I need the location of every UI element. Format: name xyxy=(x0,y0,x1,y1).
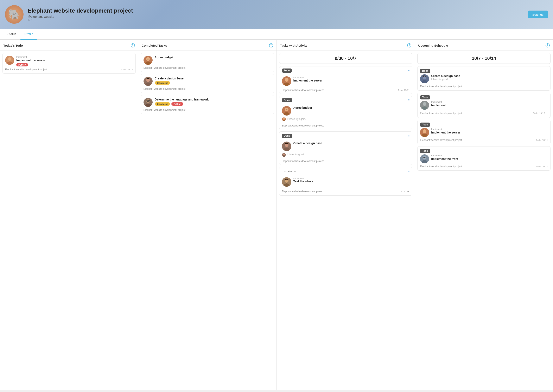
activity-comment-budget: Please try again. xyxy=(279,117,412,123)
activity-card-nostatus-test: no status ≡ Implement Test th xyxy=(279,167,412,196)
tab-profile[interactable]: Profile xyxy=(21,29,38,40)
svg-point-18 xyxy=(285,78,288,82)
help-icon-completed[interactable]: ? xyxy=(269,43,273,48)
schedule-badge-todo-server: Todo xyxy=(420,123,430,127)
badge-done-budget: Done xyxy=(282,98,292,102)
help-icon-todo[interactable]: ? xyxy=(131,43,135,48)
task-card-agree-budget: Agree budget Elephant website developmen… xyxy=(141,53,274,72)
list-icon-4[interactable]: ≡ xyxy=(408,170,409,173)
schedule-project-implement: Elephant website development project xyxy=(420,112,462,115)
tag-javascript-design: JavaScript xyxy=(155,81,170,84)
activity-date-test: 10/13 xyxy=(399,190,405,193)
activity-avatar-implement xyxy=(282,76,291,86)
tag-javascript-lang: JavaScript xyxy=(155,102,170,106)
date-range-schedule: 10/7 - 10/14 xyxy=(417,53,551,64)
activity-date-implement: 10/11 xyxy=(404,89,410,91)
svg-point-2 xyxy=(8,57,11,61)
activity-task-name-budget: Agree budget xyxy=(294,106,410,109)
task-name-agree-budget: Agree budget xyxy=(155,56,271,59)
activity-task-name-design: Create a design base xyxy=(294,141,410,145)
svg-point-24 xyxy=(283,118,285,120)
schedule-comment-design: I think it's good. xyxy=(431,78,548,81)
help-icon-activity[interactable]: ? xyxy=(407,43,411,48)
activity-task-name-test: Test the whole xyxy=(294,180,410,183)
list-icon-3[interactable]: ≡ xyxy=(408,134,409,138)
column-body-completed: Agree budget Elephant website developmen… xyxy=(138,50,276,390)
settings-button[interactable]: Settings xyxy=(528,11,548,18)
schedule-cat-server: Implement xyxy=(431,128,548,130)
activity-avatar-design xyxy=(282,141,291,151)
column-completed-tasks: Completed Tasks ? Agree budget xyxy=(138,40,277,390)
tag-python: Python xyxy=(16,63,28,66)
schedule-date-implement: 10/13 xyxy=(539,112,545,114)
activity-comment-design: I think it's good. xyxy=(279,153,412,158)
activity-task-cat-test: Implement xyxy=(294,177,410,180)
schedule-badge-done-design: Done xyxy=(420,69,430,73)
list-icon-2[interactable]: ≡ xyxy=(408,98,409,102)
schedule-cat-front: Implement xyxy=(431,154,548,157)
activity-card-todo-implement: Todo ≡ Implement Implement the server xyxy=(279,66,412,94)
badge-done-design: Done xyxy=(282,134,292,138)
main-content: Today's Todo ? Implement Implemen xyxy=(0,40,553,390)
list-icon-1[interactable]: ≡ xyxy=(408,69,409,72)
schedule-card-todo-implement: Todo Implement Implement xyxy=(417,93,551,118)
column-body-activity: 9/30 - 10/7 Todo ≡ Imp xyxy=(277,50,415,390)
activity-project-design: Elephant website development project xyxy=(282,160,324,163)
svg-point-45 xyxy=(423,156,426,160)
task-name-design-base: Create a design base xyxy=(155,77,271,80)
column-header-schedule: Upcoming Schedule ? xyxy=(415,40,553,50)
schedule-date-front: 10/11 xyxy=(542,165,548,168)
column-tasks-activity: Tasks with Activity ? 9/30 - 10/7 Todo ≡ xyxy=(277,40,415,390)
avatar-agree-budget xyxy=(144,56,153,65)
svg-line-16 xyxy=(150,101,150,101)
task-card-implement-server: Implement Implement the server Python El… xyxy=(2,53,136,74)
avatar-determine-lang xyxy=(144,98,153,107)
schedule-avatar-front xyxy=(420,154,429,163)
avatar-implement-server xyxy=(5,56,14,65)
schedule-card-todo-front: Todo Implement xyxy=(417,146,551,171)
svg-point-30 xyxy=(283,154,285,155)
task-tags-lang: JavaScript Python xyxy=(155,102,271,106)
tab-status[interactable]: Status xyxy=(3,29,21,40)
schedule-avatar-implement xyxy=(420,101,429,110)
activity-card-done-design: Done ≡ Create a design base xyxy=(279,131,412,165)
activity-task-cat-implement: Implement xyxy=(294,76,410,79)
schedule-card-done-design: Done Create a design base I think it's xyxy=(417,66,551,91)
task-project: Elephant website development project xyxy=(5,68,47,71)
schedule-task-name-front: Implement the front xyxy=(431,157,548,161)
activity-project-test: Elephant website development project xyxy=(282,190,324,193)
header-info: Elephant website development project @el… xyxy=(28,7,133,21)
svg-point-1 xyxy=(7,62,13,65)
project-avatar: 🐘 xyxy=(5,5,23,24)
svg-point-39 xyxy=(423,102,426,106)
activity-card-done-budget: Done ≡ Agree budget xyxy=(279,96,412,129)
tag-python-lang: Python xyxy=(171,102,183,106)
schedule-status-implement: Todo xyxy=(533,112,538,114)
date-range-activity: 9/30 - 10/7 xyxy=(279,53,412,64)
task-project-lang: Elephant website development project xyxy=(144,109,186,112)
project-title: Elephant website development project xyxy=(28,7,133,14)
avatar-design-base xyxy=(144,77,153,86)
column-today-todo: Today's Todo ? Implement Implemen xyxy=(0,40,138,390)
schedule-task-name-design: Create a design base xyxy=(431,74,548,77)
task-card-determine-lang: Determine the language and framework Jav… xyxy=(141,95,274,114)
task-tags-implement: Python xyxy=(16,63,133,66)
schedule-badge-todo-front: Todo xyxy=(420,149,430,153)
column-title-schedule: Upcoming Schedule xyxy=(418,44,448,47)
column-upcoming-schedule: Upcoming Schedule ? 10/7 - 10/14 Done xyxy=(415,40,553,390)
task-date: 10/11 xyxy=(127,68,133,71)
schedule-project-server: Elephant website development project xyxy=(420,139,462,141)
column-header-activity: Tasks with Activity ? xyxy=(277,40,415,50)
schedule-project-design: Elephant website development project xyxy=(420,85,462,88)
project-id: ID 1 xyxy=(28,18,133,21)
page-header: 🐘 Elephant website development project @… xyxy=(0,0,553,29)
column-header-todo: Today's Todo ? xyxy=(0,40,138,50)
activity-task-name-implement: Implement the server xyxy=(294,79,410,82)
task-tags-design: JavaScript xyxy=(155,81,271,84)
help-icon-schedule[interactable]: ? xyxy=(546,43,550,48)
activity-project-budget: Elephant website development project xyxy=(282,124,324,127)
schedule-avatar-server xyxy=(420,128,429,137)
column-body-todo: Implement Implement the server Python El… xyxy=(0,50,138,390)
svg-line-15 xyxy=(146,101,147,101)
column-title-completed: Completed Tasks xyxy=(142,44,167,47)
